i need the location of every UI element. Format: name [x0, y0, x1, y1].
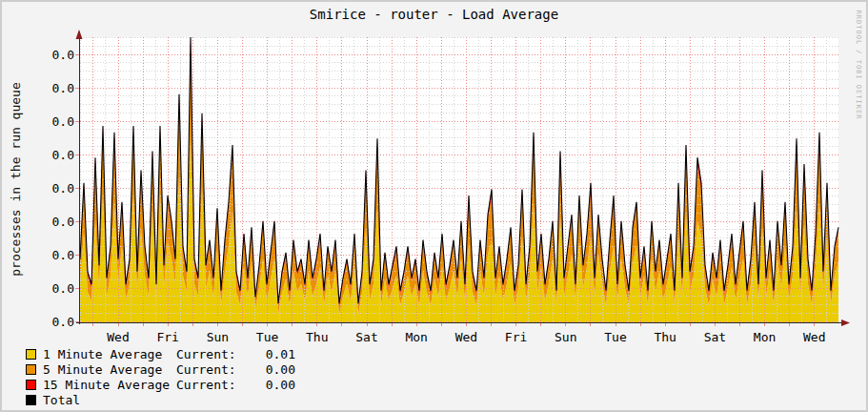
legend-series-name: 5 Minute Average — [43, 362, 176, 377]
y-tick-label: 0.0 — [52, 181, 74, 196]
x-tick-label: Tue — [604, 330, 627, 344]
legend-current-value: 0.00 — [243, 378, 295, 392]
y-tick-label: 0.0 — [52, 48, 74, 62]
y-axis-arrow-icon — [76, 30, 83, 39]
legend-swatch-icon — [26, 349, 36, 360]
legend-swatch-icon — [26, 380, 36, 390]
chart-legend: 1 Minute AverageCurrent:0.015 Minute Ave… — [26, 346, 295, 407]
legend-series-name: Total — [43, 393, 176, 407]
legend-current-value: 0.01 — [243, 347, 295, 361]
y-tick-label: 0.0 — [52, 148, 74, 162]
legend-item-5-minute-average: 5 Minute AverageCurrent:0.00 — [26, 361, 295, 377]
rrdtool-graph: Smirice - router - Load Average processe… — [0, 0, 868, 412]
x-tick-label: Sat — [704, 330, 726, 344]
y-tick-label: 0.0 — [52, 114, 74, 129]
x-tick-label: Sun — [207, 330, 229, 344]
legend-swatch-icon — [26, 364, 36, 375]
y-tick-label: 0.0 — [52, 248, 74, 262]
x-tick-label: Tue — [256, 330, 279, 344]
legend-current-label: Current: — [176, 378, 243, 392]
x-tick-label: Mon — [405, 330, 427, 344]
x-tick-label: Wed — [455, 330, 477, 344]
x-tick-label: Mon — [754, 330, 776, 344]
legend-current-label: Current: — [176, 347, 243, 361]
legend-current-value: 0.00 — [243, 362, 295, 377]
y-tick-label: 0.0 — [52, 281, 74, 296]
x-tick-label: Thu — [306, 330, 328, 344]
x-tick-label: Fri — [505, 330, 527, 344]
x-tick-label: Thu — [654, 330, 676, 344]
legend-swatch-icon — [26, 395, 36, 405]
x-tick-label: Fri — [156, 330, 178, 344]
x-axis-arrow-icon — [841, 319, 850, 326]
legend-current-label: Current: — [176, 362, 243, 377]
x-tick-label: Wed — [107, 330, 129, 344]
legend-item-1-minute-average: 1 Minute AverageCurrent:0.01 — [26, 346, 295, 361]
legend-item-total: Total — [26, 392, 295, 407]
x-tick-label: Sat — [355, 330, 377, 344]
x-tick-label: Wed — [803, 330, 825, 344]
legend-series-name: 1 Minute Average — [43, 347, 176, 361]
y-tick-label: 0.0 — [52, 315, 74, 329]
legend-item-15-minute-average: 15 Minute AverageCurrent:0.00 — [26, 377, 295, 392]
legend-series-name: 15 Minute Average — [43, 378, 176, 392]
x-tick-label: Sun — [555, 330, 576, 344]
y-tick-label: 0.0 — [52, 81, 74, 95]
y-tick-label: 0.0 — [52, 215, 74, 229]
